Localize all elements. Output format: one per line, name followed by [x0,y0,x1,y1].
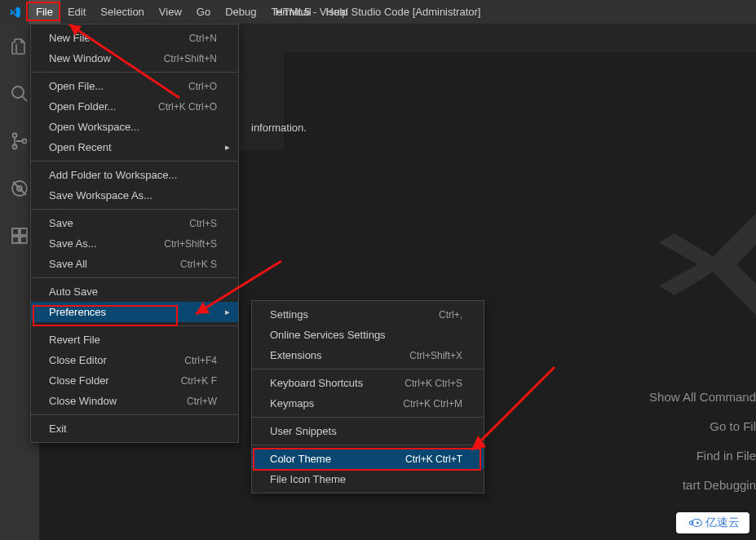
menu-item-label: Save [49,217,73,229]
menu-item-label: Save Workspace As... [49,189,153,201]
menu-separator [31,161,238,162]
menu-item-label: Preferences [49,306,106,318]
svg-point-2 [13,134,17,138]
menu-item-label: Close Window [49,395,117,407]
menu-selection[interactable]: Selection [93,0,151,24]
badge-text: 亿速云 [705,516,740,530]
menu-item-shortcut: Ctrl+Shift+N [164,53,217,64]
title-bar: File Edit Selection View Go Debug Termin… [0,0,756,24]
svg-point-0 [12,86,24,98]
menu-item-shortcut: Ctrl+W [187,396,217,407]
menu-file[interactable]: File [29,0,60,24]
menu-item-shortcut: Ctrl+K Ctrl+S [405,378,462,389]
menu-item-shortcut: Ctrl+K Ctrl+T [405,454,462,465]
menu-item-label: New File [49,32,91,44]
menu-separator [252,369,484,370]
menu-terminal[interactable]: Terminal [263,0,318,24]
menu-item-label: Settings [270,308,308,321]
pref-menu-item-color-theme[interactable]: Color ThemeCtrl+K Ctrl+T [252,449,484,469]
hint-item: tart Debuggin [649,471,756,500]
hint-item: Find in File [649,441,756,471]
file-menu-item-exit[interactable]: Exit [31,418,238,439]
menu-item-label: Open Recent [49,141,112,153]
file-menu-item-preferences[interactable]: Preferences▸ [31,302,238,322]
menu-separator [31,209,238,210]
menu-separator [31,72,238,73]
hint-item: Go to Fil [649,412,756,441]
menu-edit[interactable]: Edit [60,0,93,24]
menu-item-shortcut: Ctrl+O [188,81,217,92]
vscode-logo-icon [0,6,29,19]
svg-point-19 [696,522,699,525]
menu-item-label: Extensions [270,349,322,361]
menu-item-shortcut: Ctrl+K Ctrl+M [403,398,462,409]
menu-item-label: Close Folder [49,374,109,387]
pref-menu-item-user-snippets[interactable]: User Snippets [252,421,484,441]
menu-item-label: Open File... [49,80,104,92]
svg-rect-9 [20,237,27,243]
file-menu-item-revert-file[interactable]: Revert File [31,330,238,350]
file-menu-item-open-folder[interactable]: Open Folder...Ctrl+K Ctrl+O [31,96,238,117]
menu-item-label: Close Editor [49,354,107,366]
menu-item-shortcut: Ctrl+N [189,33,217,44]
menu-separator [252,417,484,418]
menubar: File Edit Selection View Go Debug Termin… [29,0,355,24]
menu-separator [31,277,238,278]
menu-item-label: Add Folder to Workspace... [49,169,177,181]
file-menu-item-new-window[interactable]: New WindowCtrl+Shift+N [31,48,238,69]
menu-item-label: Exit [49,423,67,435]
pref-menu-item-online-services-settings[interactable]: Online Services Settings [252,325,484,345]
menu-item-label: New Window [49,52,111,64]
menu-item-label: Revert File [49,334,100,346]
menu-item-shortcut: Ctrl+, [439,309,462,321]
menu-help[interactable]: Help [319,0,356,24]
file-menu-item-close-window[interactable]: Close WindowCtrl+W [31,391,238,411]
svg-line-1 [22,96,27,101]
file-menu-item-close-editor[interactable]: Close EditorCtrl+F4 [31,350,238,370]
menu-item-label: Auto Save [49,285,98,298]
pref-menu-item-keyboard-shortcuts[interactable]: Keyboard ShortcutsCtrl+K Ctrl+S [252,373,484,393]
menu-item-shortcut: Ctrl+S [189,218,217,229]
menu-separator [252,445,484,445]
menu-item-shortcut: Ctrl+Shift+S [164,238,217,250]
file-menu-item-add-folder-to-workspace[interactable]: Add Folder to Workspace... [31,165,238,185]
file-menu-item-open-recent[interactable]: Open Recent▸ [31,137,238,157]
file-menu-item-open-file[interactable]: Open File...Ctrl+O [31,76,238,96]
pref-menu-item-file-icon-theme[interactable]: File Icon Theme [252,469,484,489]
menu-item-label: User Snippets [270,425,337,437]
hint-item: Show All Command [649,383,756,412]
file-menu-item-save-as[interactable]: Save As...Ctrl+Shift+S [31,233,238,254]
svg-rect-7 [12,228,19,235]
file-menu-item-close-folder[interactable]: Close FolderCtrl+K F [31,370,238,391]
file-menu-item-open-workspace[interactable]: Open Workspace... [31,117,238,137]
pref-menu-item-extensions[interactable]: ExtensionsCtrl+Shift+X [252,345,484,365]
menu-item-label: Save All [49,258,87,270]
menu-item-label: Color Theme [270,453,331,465]
svg-rect-10 [20,228,27,235]
menu-item-label: Online Services Settings [270,329,386,341]
menu-item-label: Keymaps [270,397,314,409]
pref-menu-item-settings[interactable]: SettingsCtrl+, [252,304,484,325]
menu-item-shortcut: Ctrl+F4 [184,355,217,366]
svg-point-3 [13,145,17,149]
file-menu-item-save-all[interactable]: Save AllCtrl+K S [31,254,238,274]
menu-debug[interactable]: Debug [218,0,263,24]
preferences-submenu: SettingsCtrl+,Online Services SettingsEx… [251,300,484,494]
menu-item-label: Open Folder... [49,100,116,113]
vscode-watermark-icon [659,187,756,344]
menu-view[interactable]: View [152,0,189,24]
file-menu-item-new-file[interactable]: New FileCtrl+N [31,28,238,48]
file-menu-item-auto-save[interactable]: Auto Save [31,281,238,302]
menu-item-shortcut: Ctrl+Shift+X [409,350,462,361]
menu-item-shortcut: Ctrl+K F [181,375,217,387]
menu-item-label: File Icon Theme [270,473,346,485]
welcome-hints: Show All Command Go to Fil Find in File … [649,383,756,500]
menu-go[interactable]: Go [189,0,218,24]
file-menu-item-save-workspace-as[interactable]: Save Workspace As... [31,185,238,206]
svg-point-4 [23,139,27,144]
file-menu-dropdown: New FileCtrl+NNew WindowCtrl+Shift+NOpen… [30,24,239,443]
menu-separator [31,325,238,326]
menu-item-label: Open Workspace... [49,121,139,133]
pref-menu-item-keymaps[interactable]: KeymapsCtrl+K Ctrl+M [252,393,484,414]
file-menu-item-save[interactable]: SaveCtrl+S [31,213,238,233]
